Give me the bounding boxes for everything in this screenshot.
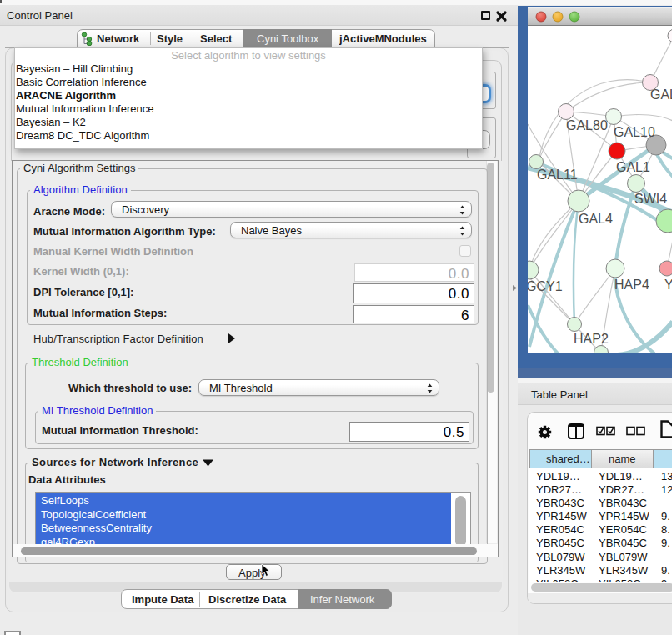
svg-text:HAP2: HAP2: [574, 332, 609, 346]
svg-text:GAL7: GAL7: [650, 88, 672, 102]
svg-text:GAL80: GAL80: [566, 118, 608, 132]
svg-text:GCY1: GCY1: [528, 279, 563, 293]
svg-text:GAL4: GAL4: [579, 212, 613, 226]
svg-text:GAL1: GAL1: [616, 160, 650, 174]
svg-text:HAP4: HAP4: [614, 278, 649, 292]
svg-text:SWI4: SWI4: [634, 192, 667, 206]
svg-text:GAL11: GAL11: [537, 168, 578, 182]
svg-text:GAL10: GAL10: [614, 125, 655, 139]
svg-text:YM: YM: [664, 278, 672, 292]
